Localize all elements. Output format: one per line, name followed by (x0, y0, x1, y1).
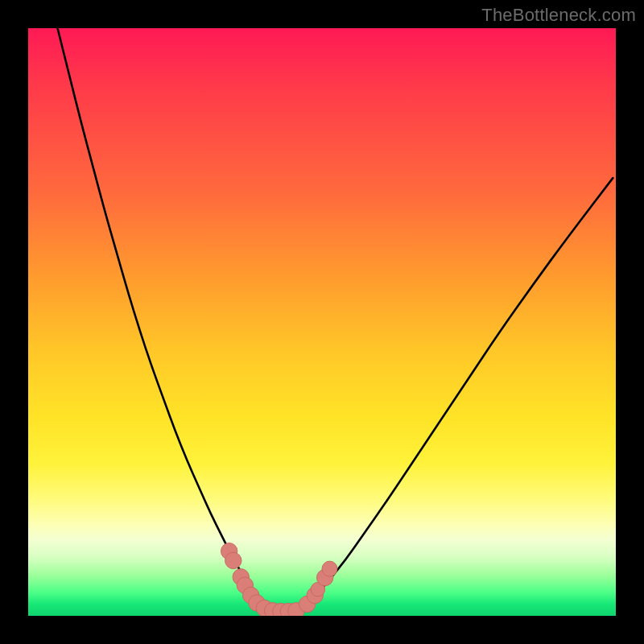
plot-area (28, 28, 616, 616)
watermark-text: TheBottleneck.com (481, 5, 636, 26)
outer-frame: TheBottleneck.com (0, 0, 644, 644)
